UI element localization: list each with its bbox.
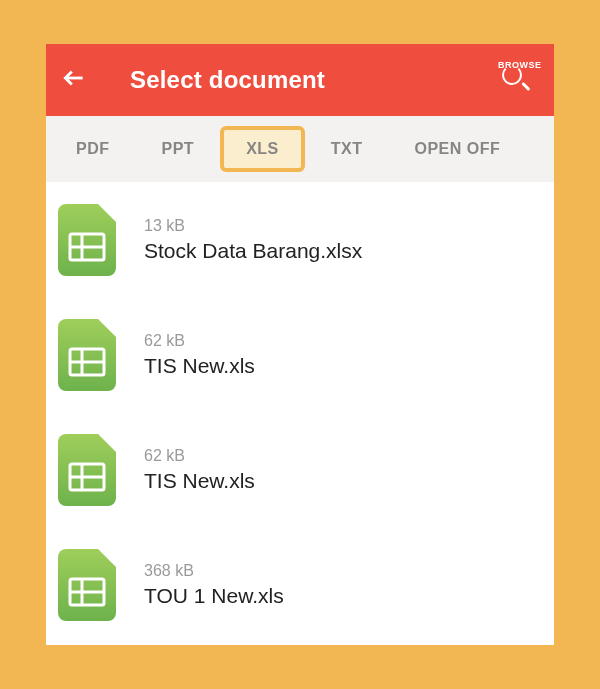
browse-search-icon: BROWSE — [501, 63, 535, 97]
spreadsheet-file-icon — [58, 204, 116, 276]
file-row[interactable]: 13 kB Stock Data Barang.xlsx — [46, 182, 554, 297]
back-button[interactable] — [52, 58, 96, 102]
file-size: 368 kB — [144, 562, 540, 580]
file-size: 62 kB — [144, 447, 540, 465]
file-icon-cell — [58, 434, 136, 506]
file-list: 13 kB Stock Data Barang.xlsx 62 kB TIS N… — [46, 182, 554, 642]
browse-button[interactable]: BROWSE — [496, 58, 540, 102]
file-row[interactable]: 368 kB TOU 1 New.xls — [46, 527, 554, 642]
file-meta: 368 kB TOU 1 New.xls — [136, 562, 540, 608]
file-meta: 13 kB Stock Data Barang.xlsx — [136, 217, 540, 263]
file-row[interactable]: 62 kB TIS New.xls — [46, 297, 554, 412]
tab-txt[interactable]: TXT — [305, 126, 389, 172]
file-meta: 62 kB TIS New.xls — [136, 447, 540, 493]
file-meta: 62 kB TIS New.xls — [136, 332, 540, 378]
spreadsheet-file-icon — [58, 434, 116, 506]
file-size: 13 kB — [144, 217, 540, 235]
arrow-left-icon — [61, 65, 87, 95]
file-icon-cell — [58, 319, 136, 391]
tab-open-office[interactable]: OPEN OFF — [388, 126, 526, 172]
file-row[interactable]: 62 kB TIS New.xls — [46, 412, 554, 527]
spreadsheet-file-icon — [58, 549, 116, 621]
tab-ppt[interactable]: PPT — [136, 126, 221, 172]
app-frame: Select document BROWSE PDF PPT XLS TXT O… — [46, 44, 554, 645]
spreadsheet-file-icon — [58, 319, 116, 391]
tab-pdf[interactable]: PDF — [50, 126, 136, 172]
file-name: Stock Data Barang.xlsx — [144, 239, 540, 263]
file-size: 62 kB — [144, 332, 540, 350]
page-title: Select document — [130, 66, 325, 94]
app-header: Select document BROWSE — [46, 44, 554, 116]
file-icon-cell — [58, 549, 136, 621]
file-name: TIS New.xls — [144, 354, 540, 378]
file-name: TOU 1 New.xls — [144, 584, 540, 608]
tab-xls[interactable]: XLS — [220, 126, 305, 172]
file-type-tabs: PDF PPT XLS TXT OPEN OFF — [46, 116, 554, 182]
file-name: TIS New.xls — [144, 469, 540, 493]
file-icon-cell — [58, 204, 136, 276]
